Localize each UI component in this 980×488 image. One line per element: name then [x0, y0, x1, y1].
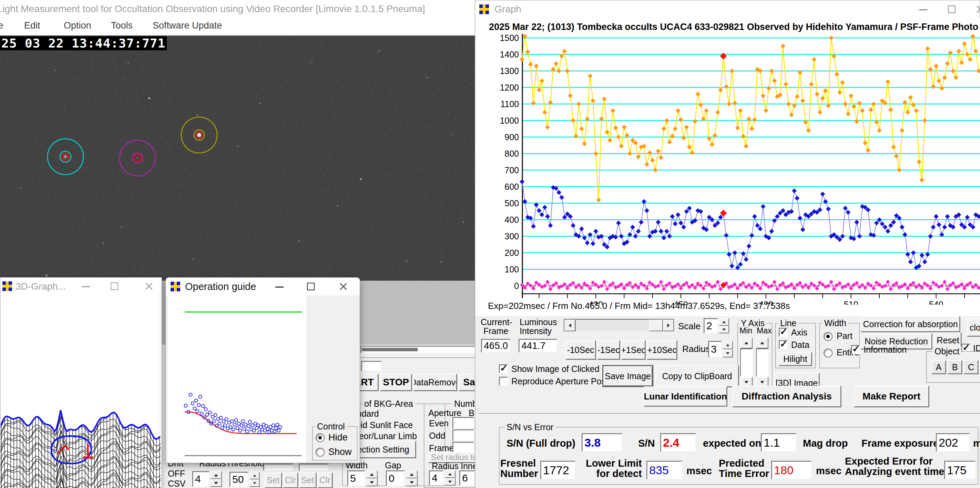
desktop: Light Measurement tool for Occultation O…: [0, 0, 980, 488]
set-button-1[interactable]: Set: [265, 472, 282, 488]
drift-field-1[interactable]: [263, 464, 294, 471]
maximize-icon[interactable]: [948, 5, 956, 13]
even-label: Even: [429, 419, 449, 428]
svg-text:1200: 1200: [500, 83, 519, 92]
svg-text:300: 300: [504, 231, 519, 241]
close-icon[interactable]: [975, 5, 980, 14]
svg-text:1000: 1000: [500, 116, 519, 126]
svg-text:0: 0: [514, 281, 519, 291]
minimize-icon[interactable]: [919, 9, 927, 10]
svg-text:200: 200: [504, 248, 519, 258]
drift-radius-spinner[interactable]: [210, 471, 222, 487]
svg-text:1100: 1100: [500, 99, 519, 109]
set-button-2[interactable]: Set: [299, 472, 316, 488]
graph-title: Graph: [495, 4, 521, 15]
bkg-area-group-label: of BKG-Area: [362, 399, 415, 409]
drift-radius-field[interactable]: 4: [192, 471, 210, 487]
svg-text:540: 540: [929, 300, 943, 305]
close-icon[interactable]: [145, 282, 153, 291]
spin-up-icon[interactable]: [370, 473, 374, 475]
bkg-width-spinner[interactable]: [366, 471, 378, 486]
svg-text:1300: 1300: [500, 66, 519, 76]
bkg-gap-spinner[interactable]: [406, 471, 418, 486]
svg-text:600: 600: [504, 182, 519, 191]
bkg-col-label: B: [469, 409, 474, 417]
svg-text:420: 420: [589, 300, 603, 305]
hide-radio[interactable]: [316, 433, 325, 442]
3d-graph-title: 3D-Graph...: [16, 281, 66, 292]
spin-up-icon[interactable]: [253, 475, 256, 477]
chart-title: 2025 Mar 22; (1013) Tombecka occults UCA…: [489, 22, 978, 32]
odd-field[interactable]: [452, 429, 474, 441]
spin-down-icon[interactable]: [370, 481, 374, 483]
menu-file[interactable]: File: [0, 21, 3, 30]
svg-text:480: 480: [759, 300, 773, 305]
odd-label: Odd: [429, 431, 445, 440]
menu-tools[interactable]: Tools: [111, 21, 133, 30]
limovie-app-icon: [479, 5, 489, 14]
video-timestamp: 25 03 22 13:44:37:771: [0, 36, 167, 50]
bkg-gap-label: Gap: [385, 461, 401, 470]
threshold-spinner[interactable]: [250, 472, 260, 487]
guide-control-label: Control: [315, 421, 347, 432]
drift-field-2[interactable]: [299, 464, 329, 471]
panel-divider: [360, 358, 476, 359]
spin-up-icon[interactable]: [410, 473, 414, 475]
video-frame[interactable]: [0, 36, 476, 281]
pixels-radius-label: Radius: [432, 461, 459, 471]
frame-label: Frame: [429, 443, 454, 453]
limovie-titlebar[interactable]: Light Measurement tool for Occultation O…: [0, 0, 495, 18]
svg-text:510: 510: [844, 300, 858, 305]
spin-down-icon[interactable]: [448, 481, 452, 483]
light-curve-chart[interactable]: 0100200300400500600700800900100011001200…: [475, 33, 980, 305]
operation-guide-window: Operation guide Control Hide Show: [165, 277, 360, 463]
spin-down-icon[interactable]: [253, 482, 256, 484]
spin-down-icon[interactable]: [410, 481, 414, 483]
frame-trackbar[interactable]: [360, 346, 476, 353]
bkg-width-field[interactable]: 5: [347, 471, 365, 486]
even-field[interactable]: [452, 417, 474, 429]
drift-csv-label: CSV: [168, 479, 185, 488]
svg-text:1500: 1500: [500, 33, 519, 43]
svg-text:700: 700: [504, 165, 519, 175]
stop-button[interactable]: STOP: [380, 374, 412, 391]
menu-software-update[interactable]: Software Update: [153, 21, 222, 30]
spin-up-icon[interactable]: [448, 473, 452, 475]
drift-off-label: OFF: [168, 469, 185, 478]
hide-radio-label: Hide: [328, 432, 348, 442]
minimize-icon[interactable]: [82, 286, 90, 287]
clr-button-1[interactable]: Clr: [283, 472, 298, 488]
aperture-col-label: Aperture: [428, 409, 461, 417]
svg-text:100: 100: [504, 264, 519, 274]
spin-down-icon[interactable]: [214, 482, 218, 484]
clr-button-2[interactable]: Clr: [317, 472, 332, 488]
small-field[interactable]: [361, 361, 382, 371]
menu-option[interactable]: Option: [64, 21, 91, 30]
graph-titlebar[interactable]: Graph: [475, 0, 980, 18]
svg-text:500: 500: [504, 199, 519, 208]
inner-field[interactable]: 6: [459, 471, 475, 486]
3d-graph-window: 3D-Graph...: [0, 277, 162, 488]
svg-text:450: 450: [674, 300, 688, 305]
limovie-title: Light Measurement tool for Occultation O…: [0, 3, 425, 14]
svg-text:1400: 1400: [500, 49, 519, 59]
pixels-radius-spinner[interactable]: [444, 471, 455, 486]
bkg-gap-field[interactable]: 0: [386, 471, 404, 486]
show-radio[interactable]: [316, 448, 325, 457]
menu-edit[interactable]: Edit: [24, 21, 40, 30]
pixels-radius-field[interactable]: 4: [429, 471, 444, 486]
svg-text:900: 900: [504, 132, 519, 142]
limovie-app-icon: [2, 281, 12, 291]
threshold-field[interactable]: 50: [229, 472, 249, 487]
svg-text:400: 400: [504, 215, 519, 224]
maximize-icon[interactable]: [111, 282, 118, 290]
3d-surface-plot[interactable]: [1, 295, 162, 488]
spin-up-icon[interactable]: [214, 474, 218, 476]
show-radio-label: Show: [328, 447, 352, 457]
svg-text:800: 800: [504, 149, 519, 158]
limovie-menubar: File Edit Option Tools Software Update: [0, 18, 476, 36]
data-remove-button[interactable]: DataRemove: [414, 374, 457, 391]
3d-graph-titlebar[interactable]: 3D-Graph...: [0, 278, 162, 295]
frame-trackbar-fill: [362, 348, 418, 351]
